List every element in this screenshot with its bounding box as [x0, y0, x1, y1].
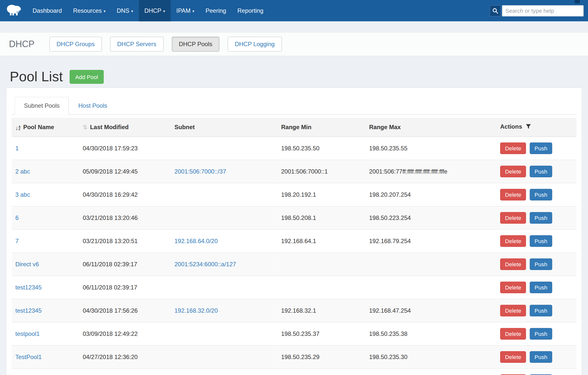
table-row: testpool1 03/09/2018 12:49:22 198.50.235…	[12, 322, 577, 345]
nav-item-ipam[interactable]: IPAM ▾	[171, 0, 200, 21]
search-input[interactable]	[502, 5, 584, 16]
last-modified-text: 03/21/2018 13:20:46	[83, 214, 138, 221]
pool-name-link[interactable]: 7	[15, 238, 19, 244]
navbar-search	[490, 0, 588, 21]
delete-button[interactable]: Delete	[500, 305, 526, 317]
search-icon[interactable]	[490, 5, 501, 16]
nav-item-peering[interactable]: Peering	[200, 0, 232, 21]
push-button[interactable]: Push	[530, 305, 552, 317]
delete-button[interactable]: Delete	[500, 189, 526, 201]
table-row: 2 abc 05/09/2018 12:49:45 2001:506:7000:…	[12, 160, 577, 183]
last-modified-text: 03/21/2018 13:20:51	[83, 238, 138, 244]
table-row: TestPool1 04/27/2018 12:36:20 198.50.235…	[12, 345, 577, 369]
delete-button[interactable]: Delete	[500, 166, 526, 178]
pool-name-link[interactable]: 2 abc	[15, 168, 30, 175]
range-max-text: 192.168.47.254	[369, 307, 411, 314]
dhcp-logging-button[interactable]: DHCP Logging	[228, 37, 282, 52]
nav-label: Peering	[205, 7, 226, 14]
push-button[interactable]: Push	[530, 259, 552, 270]
table-header-row: ↓AZPool Name ⇅Last Modified Subnet Range…	[12, 118, 577, 137]
page-header: Pool List Add Pool	[10, 69, 588, 85]
subnet-link[interactable]: 192.168.64.0/20	[174, 238, 218, 244]
last-modified-text: 03/09/2018 12:49:22	[83, 330, 138, 337]
column-range-min: Range Min	[278, 118, 366, 137]
range-max-text: 192.168.79.254	[369, 238, 411, 244]
push-button[interactable]: Push	[530, 189, 552, 201]
pool-name-link[interactable]: Direct v6	[15, 261, 39, 267]
nav-label: IPAM	[176, 7, 190, 14]
nav-item-dns[interactable]: DNS ▾	[111, 0, 139, 21]
caret-down-icon: ▾	[192, 9, 194, 13]
delete-button[interactable]: Delete	[500, 143, 526, 154]
caret-down-icon: ▾	[104, 9, 106, 13]
delete-button[interactable]: Delete	[500, 212, 526, 224]
brand-logo[interactable]	[5, 0, 22, 21]
dhcp-groups-button[interactable]: DHCP Groups	[49, 37, 102, 52]
delete-button[interactable]: Delete	[500, 351, 526, 363]
column-pool-name[interactable]: ↓AZPool Name	[12, 118, 79, 137]
delete-button[interactable]: Delete	[500, 328, 526, 340]
top-right-menu-fragment[interactable]	[575, 0, 580, 3]
push-button[interactable]: Push	[530, 166, 552, 178]
delete-button[interactable]: Delete	[500, 235, 526, 247]
push-button[interactable]: Push	[530, 143, 552, 154]
nav-label: DNS	[117, 7, 130, 14]
table-row: 1 04/30/2018 17:59:23 198.50.235.50 198.…	[12, 137, 577, 160]
pool-name-link[interactable]: 6	[15, 214, 19, 221]
range-min-text: 198.50.235.37	[281, 330, 319, 337]
subnet-link[interactable]: 192.168.32.0/20	[174, 307, 218, 314]
top-navbar: Dashboard Resources ▾ DNS ▾ DHCP ▾ IPAM …	[0, 0, 588, 21]
nav-item-dashboard[interactable]: Dashboard	[27, 0, 67, 21]
push-button[interactable]: Push	[530, 351, 552, 363]
subnet-link[interactable]: 2001:5234:6000::a/127	[174, 261, 236, 267]
tab-host-pools[interactable]: Host Pools	[69, 97, 117, 115]
delete-button[interactable]: Delete	[500, 259, 526, 270]
range-min-text: 192.168.64.1	[281, 238, 316, 244]
sort-updown-icon[interactable]: ⇅	[83, 124, 88, 130]
pool-table-body: 1 04/30/2018 17:59:23 198.50.235.50 198.…	[12, 137, 577, 375]
page-title: Pool List	[10, 69, 63, 85]
last-modified-text: 06/11/2018 02:39:17	[83, 284, 137, 290]
column-last-modified[interactable]: ⇅Last Modified	[79, 118, 171, 137]
tab-subnet-pools[interactable]: Subnet Pools	[15, 97, 69, 115]
pool-table: ↓AZPool Name ⇅Last Modified Subnet Range…	[12, 118, 577, 375]
funnel-filter-icon[interactable]	[526, 124, 531, 131]
range-min-text: 2001:506:7000::1	[281, 168, 328, 175]
nav-item-reporting[interactable]: Reporting	[232, 0, 269, 21]
push-button[interactable]: Push	[530, 282, 552, 293]
column-label: Subnet	[174, 124, 195, 130]
last-modified-text: 06/11/2018 02:39:17	[83, 261, 137, 267]
column-actions: Actions	[496, 118, 577, 137]
table-row: test12345 06/11/2018 02:39:17 Delete Pus…	[12, 276, 577, 299]
table-row: 7 03/21/2018 13:20:51 192.168.64.0/20 19…	[12, 229, 577, 253]
pool-name-link[interactable]: test12345	[15, 307, 42, 314]
delete-button[interactable]: Delete	[500, 282, 526, 293]
sort-alpha-down-icon[interactable]: ↓AZ	[15, 125, 21, 131]
pool-name-link[interactable]: testpool1	[15, 330, 40, 337]
column-label: Pool Name	[23, 124, 54, 130]
push-button[interactable]: Push	[530, 328, 552, 340]
dhcp-pools-button[interactable]: DHCP Pools	[172, 37, 219, 52]
nav-label: Resources	[73, 7, 102, 14]
pool-name-link[interactable]: TestPool1	[15, 354, 42, 360]
range-max-text: 198.50.235.30	[369, 354, 407, 360]
nav-item-dhcp[interactable]: DHCP ▾	[139, 0, 171, 21]
subnet-link[interactable]: 2001:506:7000::/37	[174, 168, 226, 175]
pool-name-link[interactable]: 1	[15, 145, 19, 151]
nav-label: Dashboard	[33, 7, 62, 14]
push-button[interactable]: Push	[530, 235, 552, 247]
pool-tabs: Subnet Pools Host Pools	[12, 97, 577, 115]
add-pool-button[interactable]: Add Pool	[70, 70, 104, 84]
nav-item-resources[interactable]: Resources ▾	[67, 0, 111, 21]
subnav-title: DHCP	[9, 39, 34, 49]
push-button[interactable]: Push	[530, 212, 552, 224]
table-row: Direct v6 06/11/2018 02:39:17 2001:5234:…	[12, 253, 577, 276]
range-max-text: 198.50.223.254	[369, 214, 411, 221]
range-min-text: 192.168.32.1	[281, 307, 316, 314]
table-row: test12345 04/30/2018 17:56:26 192.168.32…	[12, 299, 577, 322]
app-root: Dashboard Resources ▾ DNS ▾ DHCP ▾ IPAM …	[0, 0, 588, 375]
dhcp-servers-button[interactable]: DHCP Servers	[110, 37, 163, 52]
pool-name-link[interactable]: 3 abc	[15, 191, 30, 198]
pool-name-link[interactable]: test12345	[15, 284, 42, 290]
pool-list-card: Subnet Pools Host Pools ↓AZPool Name ⇅La…	[6, 88, 582, 375]
